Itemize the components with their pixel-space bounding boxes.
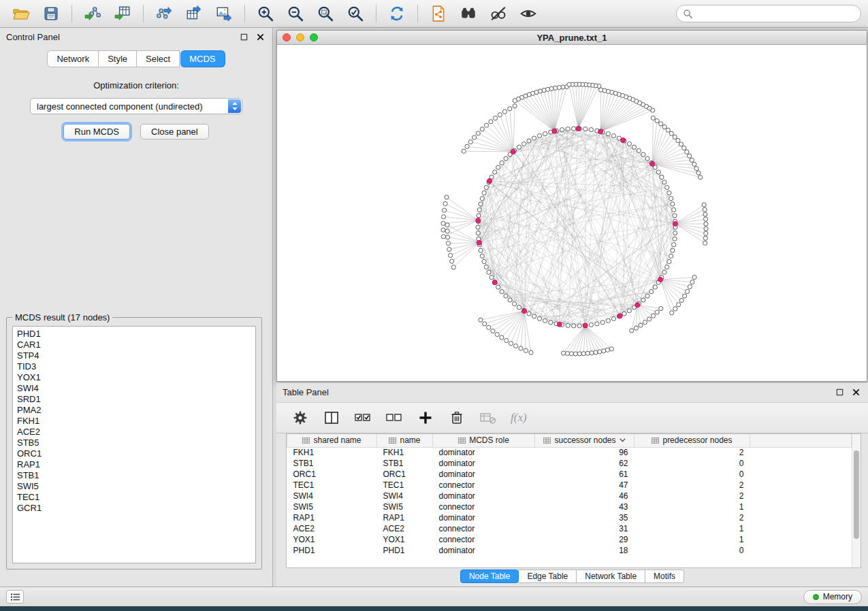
float-table-panel-button[interactable] xyxy=(834,386,846,398)
cell-successors[interactable]: 29 xyxy=(535,534,634,545)
cell-role[interactable]: dominator xyxy=(433,469,535,480)
mcds-result-item[interactable]: ACE2 xyxy=(17,427,255,437)
minimize-window-button[interactable] xyxy=(296,33,304,42)
cell-shared_name[interactable]: TEC1 xyxy=(287,480,377,491)
cell-successors[interactable]: 61 xyxy=(535,469,634,480)
export-network-button[interactable] xyxy=(150,3,178,25)
cell-name[interactable]: SWI4 xyxy=(377,491,433,501)
create-column-button[interactable] xyxy=(417,409,434,427)
cell-name[interactable]: PHD1 xyxy=(377,545,433,556)
cell-name[interactable]: TEC1 xyxy=(377,480,433,491)
mcds-result-item[interactable]: STB5 xyxy=(17,437,255,448)
cell-role[interactable]: connector xyxy=(433,534,535,545)
mcds-result-item[interactable]: STB1 xyxy=(17,470,255,481)
table-row-ACE2[interactable]: ACE2ACE2connector311 xyxy=(287,523,852,534)
mcds-result-item[interactable]: ORC1 xyxy=(17,448,255,459)
export-table-button[interactable] xyxy=(180,3,208,25)
cell-shared_name[interactable]: ORC1 xyxy=(287,469,377,480)
table-row-RAP1[interactable]: RAP1RAP1dominator352 xyxy=(287,512,852,523)
column-header-predecessor-nodes[interactable]: predecessor nodes xyxy=(634,434,750,447)
search-field[interactable] xyxy=(676,5,861,22)
cell-name[interactable]: FKH1 xyxy=(377,447,433,458)
unselect-all-columns-button[interactable] xyxy=(385,409,403,427)
tab-edge-table[interactable]: Edge Table xyxy=(519,569,577,583)
table-row-SWI4[interactable]: SWI4SWI4dominator462 xyxy=(287,491,852,501)
zoom-out-button[interactable] xyxy=(281,3,310,25)
cell-predecessors[interactable]: 1 xyxy=(634,523,750,534)
cell-shared_name[interactable]: SWI4 xyxy=(287,491,377,501)
cell-shared_name[interactable]: ACE2 xyxy=(287,523,377,534)
cell-role[interactable]: dominator xyxy=(433,447,535,458)
table-scrollbar[interactable] xyxy=(852,434,861,567)
tab-motifs[interactable]: Motifs xyxy=(645,569,684,583)
float-panel-button[interactable] xyxy=(238,31,250,43)
mcds-result-item[interactable]: TID3 xyxy=(17,361,255,372)
tab-mcds[interactable]: MCDS xyxy=(180,50,225,67)
table-settings-button[interactable] xyxy=(291,409,309,427)
tab-node-table[interactable]: Node Table xyxy=(460,569,519,583)
table-row-YOX1[interactable]: YOX1YOX1connector291 xyxy=(287,534,852,545)
criterion-dropdown[interactable]: largest connected component (undirected) xyxy=(30,98,242,114)
maximize-window-button[interactable] xyxy=(310,33,318,42)
cell-role[interactable]: dominator xyxy=(433,491,535,501)
cell-predecessors[interactable]: 0 xyxy=(634,469,750,480)
cell-name[interactable]: STB1 xyxy=(377,458,433,469)
cell-shared_name[interactable]: STB1 xyxy=(287,458,377,469)
mcds-result-item[interactable]: PMA2 xyxy=(17,405,255,416)
zoom-in-button[interactable] xyxy=(251,3,280,25)
refresh-layout-button[interactable] xyxy=(383,3,411,25)
column-header-shared-name[interactable]: shared name xyxy=(287,434,377,447)
cell-role[interactable]: dominator xyxy=(433,512,535,523)
close-window-button[interactable] xyxy=(283,33,291,42)
network-window-titlebar[interactable]: YPA_prune.txt_1 xyxy=(277,31,867,45)
mcds-result-item[interactable]: RAP1 xyxy=(17,459,255,470)
cell-successors[interactable]: 96 xyxy=(535,447,634,458)
mcds-result-item[interactable]: STP4 xyxy=(17,350,255,361)
cell-successors[interactable]: 43 xyxy=(535,501,634,512)
table-scrollbar-thumb[interactable] xyxy=(854,450,859,539)
run-mcds-button[interactable]: Run MCDS xyxy=(63,124,130,139)
network-graph-canvas[interactable] xyxy=(277,45,867,381)
cell-successors[interactable]: 47 xyxy=(535,480,634,491)
cell-predecessors[interactable]: 2 xyxy=(634,447,750,458)
open-session-button[interactable] xyxy=(7,3,35,25)
close-table-panel-button[interactable] xyxy=(850,386,862,398)
cell-role[interactable]: dominator xyxy=(433,458,535,469)
column-header-name[interactable]: name xyxy=(377,434,433,447)
panel-menu-button[interactable] xyxy=(6,590,24,604)
table-row-SWI5[interactable]: SWI5SWI5connector431 xyxy=(287,501,852,512)
mcds-result-item[interactable]: PHD1 xyxy=(17,329,255,340)
mcds-result-item[interactable]: YOX1 xyxy=(17,372,255,383)
tab-network[interactable]: Network xyxy=(47,50,99,67)
find-button[interactable] xyxy=(454,3,483,25)
mcds-result-item[interactable]: SRD1 xyxy=(17,394,255,405)
show-graphics-button[interactable] xyxy=(514,3,543,25)
cell-predecessors[interactable]: 1 xyxy=(634,501,750,512)
cell-name[interactable]: YOX1 xyxy=(377,534,433,545)
mcds-result-item[interactable]: FKH1 xyxy=(17,416,255,427)
cell-shared_name[interactable]: PHD1 xyxy=(287,545,377,556)
export-image-button[interactable] xyxy=(210,3,238,25)
table-row-ORC1[interactable]: ORC1ORC1dominator610 xyxy=(287,469,852,480)
table-row-STB1[interactable]: STB1STB1dominator620 xyxy=(287,458,852,469)
delete-column-button[interactable] xyxy=(448,409,466,427)
cell-role[interactable]: connector xyxy=(433,480,535,491)
close-panel-button[interactable] xyxy=(255,31,266,43)
import-network-button[interactable] xyxy=(78,3,107,25)
close-mcds-panel-button[interactable]: Close panel xyxy=(140,124,209,139)
column-header-successor-nodes[interactable]: successor nodes xyxy=(535,434,634,447)
cell-successors[interactable]: 18 xyxy=(535,545,634,556)
cell-successors[interactable]: 35 xyxy=(535,512,634,523)
mcds-result-item[interactable]: TEC1 xyxy=(17,492,255,503)
cell-successors[interactable]: 46 xyxy=(535,491,634,501)
zoom-selected-button[interactable] xyxy=(341,3,370,25)
cell-name[interactable]: ACE2 xyxy=(377,523,433,534)
cell-predecessors[interactable]: 2 xyxy=(634,491,750,501)
zoom-fit-button[interactable] xyxy=(311,3,340,25)
tab-select[interactable]: Select xyxy=(137,50,180,67)
cell-role[interactable]: connector xyxy=(433,501,535,512)
cell-predecessors[interactable]: 0 xyxy=(634,458,750,469)
cell-role[interactable]: connector xyxy=(433,523,535,534)
cell-shared_name[interactable]: YOX1 xyxy=(287,534,377,545)
cell-name[interactable]: RAP1 xyxy=(377,512,433,523)
